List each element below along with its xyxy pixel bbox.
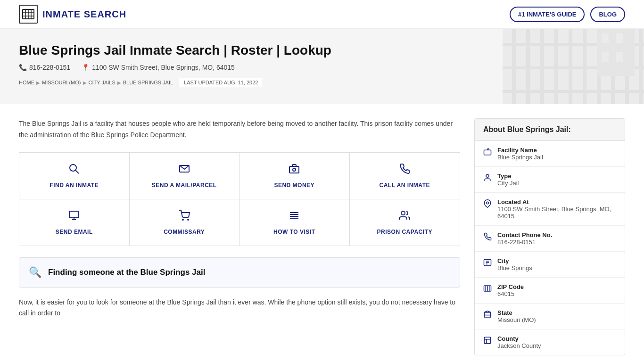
action-label-1: SEND A MAIL/PARCEL [152, 182, 217, 189]
blog-button[interactable]: BLOG [590, 7, 625, 22]
action-cell-send-email[interactable]: SEND EMAIL [19, 199, 130, 246]
action-cell-send-a-mail-parcel[interactable]: SEND A MAIL/PARCEL [130, 153, 240, 199]
updated-badge: LAST UPDATED AUG. 11, 2022 [179, 78, 263, 87]
sidebar-row-label-1: Type [497, 173, 519, 180]
sidebar-row-facility-name: Facility Name Blue Springs Jail [475, 141, 625, 167]
sidebar-row-label-3: Contact Phone No. [497, 231, 552, 239]
separator-2: ▶ [83, 80, 87, 85]
svg-point-41 [486, 174, 489, 177]
separator-3: ▶ [117, 80, 121, 85]
action-cell-commissary[interactable]: COMMISSARY [130, 199, 240, 246]
phone-meta: 📞 816-228-0151 [19, 64, 70, 71]
sidebar-row-content-2: Located At 1100 SW Smith Street, Blue Sp… [497, 198, 616, 220]
action-cell-find-an-inmate[interactable]: FIND AN INMATE [19, 153, 130, 199]
sidebar-row-city: City Blue Springs [475, 252, 625, 278]
location-icon: 📍 [82, 64, 90, 71]
phone-icon: 📞 [19, 64, 27, 71]
action-icon-7 [399, 210, 410, 224]
svg-point-42 [487, 202, 489, 204]
breadcrumb-home[interactable]: HOME [19, 80, 34, 85]
action-icon-2 [289, 163, 300, 177]
sidebar-row-value-3: 816-228-0151 [497, 239, 552, 246]
svg-rect-54 [484, 337, 491, 344]
svg-point-25 [70, 165, 76, 171]
breadcrumb-city-jails[interactable]: CITY JAILS [89, 80, 116, 85]
hero-section: Blue Springs Jail Inmate Search | Roster… [0, 29, 644, 104]
sidebar-row-content-3: Contact Phone No. 816-228-0151 [497, 231, 552, 246]
logo-icon [19, 5, 38, 24]
action-cell-how-to-visit[interactable]: HOW TO VISIT [239, 199, 350, 246]
sidebar-row-value-6: Missouri (MO) [497, 316, 536, 323]
action-label-7: PRISON CAPACITY [377, 229, 432, 235]
inmate-guide-button[interactable]: #1 INMATE'S GUIDE [510, 7, 585, 22]
sidebar-row-icon-5 [483, 284, 492, 295]
sidebar-row-label-4: City [497, 257, 532, 264]
svg-line-26 [75, 170, 79, 173]
sidebar-row-icon-7 [483, 336, 492, 346]
sidebar-row-value-0: Blue Springs Jail [497, 154, 543, 161]
sidebar-row-value-1: City Jail [497, 180, 519, 187]
svg-rect-28 [289, 166, 299, 173]
svg-rect-21 [602, 33, 609, 43]
sidebar-row-label-6: State [497, 309, 536, 316]
sidebar-row-contact-phone-no.: Contact Phone No. 816-228-0151 [475, 226, 625, 252]
sidebar-row-content-1: Type City Jail [497, 173, 519, 187]
hero-background-image [503, 29, 644, 104]
svg-rect-24 [616, 52, 623, 62]
sidebar-row-icon-0 [483, 148, 492, 158]
sidebar-row-county: County Jackson County [475, 329, 625, 355]
finding-search-icon: 🔍 [29, 266, 41, 279]
sidebar-row-type: Type City Jail [475, 167, 625, 193]
svg-rect-23 [602, 52, 609, 62]
svg-rect-30 [69, 211, 79, 218]
description-text: The Blue Springs Jail is a facility that… [19, 118, 460, 141]
header: INMATE SEARCH #1 INMATE'S GUIDE BLOG [0, 0, 644, 29]
action-label-3: CALL AN INMATE [380, 182, 430, 189]
action-icon-1 [179, 163, 190, 177]
action-cell-call-an-inmate[interactable]: CALL AN INMATE [350, 153, 460, 199]
sidebar-row-content-5: ZIP Code 64015 [497, 283, 524, 297]
action-label-2: SEND MONEY [274, 182, 314, 189]
svg-point-34 [188, 219, 189, 220]
sidebar-row-content-7: County Jackson County [497, 335, 541, 349]
svg-rect-22 [616, 33, 623, 43]
breadcrumb-current: BLUE SPRINGS JAIL [123, 80, 173, 85]
svg-point-29 [293, 168, 296, 171]
main-container: The Blue Springs Jail is a facility that… [0, 104, 644, 362]
action-cell-send-money[interactable]: SEND MONEY [239, 153, 350, 199]
sidebar-row-icon-2 [483, 199, 492, 210]
svg-rect-40 [484, 150, 491, 155]
sidebar-row-label-0: Facility Name [497, 147, 543, 154]
sidebar-card: About Blue Springs Jail: Facility Name B… [474, 118, 625, 355]
finding-box: 🔍 Finding someone at the Blue Springs Ja… [19, 257, 460, 288]
action-icon-3 [399, 163, 410, 177]
action-label-6: HOW TO VISIT [273, 229, 315, 235]
sidebar-row-value-2: 1100 SW Smith Street, Blue Springs, MO, … [497, 206, 616, 220]
logo-area: INMATE SEARCH [19, 5, 126, 24]
sidebar-header: About Blue Springs Jail: [475, 119, 625, 141]
sidebar-row-zip-code: ZIP Code 64015 [475, 278, 625, 304]
separator-1: ▶ [36, 80, 40, 85]
finding-heading: Finding someone at the Blue Springs Jail [48, 268, 205, 277]
sidebar-row-content-0: Facility Name Blue Springs Jail [497, 147, 543, 161]
sidebar-row-label-2: Located At [497, 198, 616, 206]
svg-point-39 [401, 211, 405, 215]
sidebar-row-located-at: Located At 1100 SW Smith Street, Blue Sp… [475, 193, 625, 226]
sidebar-row-value-5: 64015 [497, 290, 524, 297]
right-column: About Blue Springs Jail: Facility Name B… [474, 118, 625, 355]
logo-text: INMATE SEARCH [42, 9, 126, 20]
action-icon-5 [179, 210, 190, 224]
action-label-4: SEND EMAIL [56, 229, 93, 235]
body-text: Now, it is easier for you to look for so… [19, 297, 460, 320]
sidebar-row-icon-6 [483, 310, 492, 321]
address-meta: 📍 1100 SW Smith Street, Blue Springs, MO… [82, 64, 235, 71]
sidebar-row-icon-3 [483, 232, 492, 243]
action-icon-6 [289, 210, 300, 224]
sidebar-row-label-7: County [497, 335, 541, 342]
action-label-5: COMMISSARY [164, 229, 205, 235]
svg-point-33 [182, 219, 183, 220]
breadcrumb-missouri[interactable]: MISSOURI (MO) [42, 80, 81, 85]
action-cell-prison-capacity[interactable]: PRISON CAPACITY [350, 199, 460, 246]
sidebar-row-state: State Missouri (MO) [475, 304, 625, 329]
sidebar-row-value-4: Blue Springs [497, 264, 532, 272]
